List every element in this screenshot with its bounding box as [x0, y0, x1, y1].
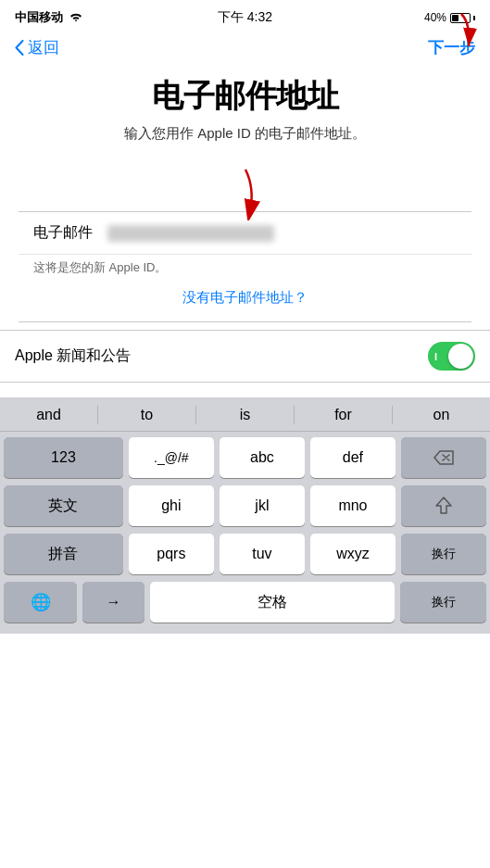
nav-bar: 返回 下一步 [0, 33, 490, 66]
email-input-value[interactable] [107, 225, 274, 242]
shift-icon [435, 497, 452, 515]
email-label: 电子邮件 [33, 223, 107, 243]
status-bar: 中国移动 下午 4:32 40% [0, 0, 490, 33]
arrow-container [19, 165, 471, 220]
suggestion-and[interactable]: and [0, 405, 97, 425]
key-pqrs[interactable]: pqrs [129, 534, 214, 574]
key-at[interactable]: ._@/# [129, 437, 214, 478]
toggle-section: Apple 新闻和公告 I [0, 330, 490, 383]
key-jkl[interactable]: jkl [220, 485, 305, 526]
key-tuv[interactable]: tuv [220, 534, 305, 574]
key-pinyin[interactable]: 拼音 [4, 534, 123, 574]
carrier-wifi: 中国移动 [15, 9, 83, 26]
keyboard-row-3: 拼音 pqrs tuv wxyz 换行 [4, 534, 486, 574]
key-arrow[interactable]: → [82, 582, 144, 623]
key-wxyz[interactable]: wxyz [310, 534, 396, 574]
suggestions-bar: and to is for on [0, 397, 490, 432]
key-abc[interactable]: abc [220, 437, 305, 478]
down-arrow-annotation [218, 165, 273, 220]
key-123[interactable]: 123 [4, 437, 123, 478]
wifi-icon [69, 12, 83, 23]
form-note-container: 这将是您的新 Apple ID。 [19, 255, 471, 278]
back-label: 返回 [28, 37, 59, 58]
keyboard: 123 ._@/# abc def 英文 ghi jkl mno [0, 432, 490, 634]
status-time: 下午 4:32 [218, 9, 272, 26]
email-form-section: 电子邮件 这将是您的新 Apple ID。 没有电子邮件地址？ [19, 211, 471, 322]
no-email-link[interactable]: 没有电子邮件地址？ [182, 289, 308, 305]
suggestion-on[interactable]: on [393, 405, 490, 425]
page-subtitle: 输入您用作 Apple ID 的电子邮件地址。 [19, 125, 471, 143]
backspace-icon [433, 450, 454, 465]
key-globe[interactable]: 🌐 [4, 582, 77, 623]
keyboard-row-4: 🌐 → 空格 换行 [4, 582, 486, 623]
keyboard-row-2: 英文 ghi jkl mno [4, 485, 486, 526]
toggle-on-text: I [434, 351, 437, 362]
main-content: 电子邮件地址 输入您用作 Apple ID 的电子邮件地址。 电子邮件 这将是您… [0, 66, 490, 322]
suggestion-to[interactable]: to [98, 405, 195, 425]
apple-news-toggle[interactable]: I [428, 342, 475, 371]
suggestion-for[interactable]: for [295, 405, 392, 425]
form-note: 这将是您的新 Apple ID。 [33, 257, 167, 278]
keyboard-area: and to is for on 123 ._@/# abc def 英文 [0, 397, 490, 634]
suggestion-is[interactable]: is [196, 405, 294, 425]
key-def[interactable]: def [310, 437, 396, 478]
key-yingwen[interactable]: 英文 [4, 485, 123, 526]
toggle-label: Apple 新闻和公告 [15, 346, 131, 366]
key-ghi[interactable]: ghi [129, 485, 214, 526]
key-enter[interactable]: 换行 [400, 582, 486, 623]
key-shift[interactable] [401, 485, 486, 526]
key-backspace[interactable] [401, 437, 486, 478]
key-space[interactable]: 空格 [150, 582, 396, 623]
toggle-knob [448, 344, 473, 369]
back-button[interactable]: 返回 [15, 37, 59, 58]
key-mno[interactable]: mno [310, 485, 396, 526]
carrier-text: 中国移动 [15, 9, 63, 26]
no-email-link-container: 没有电子邮件地址？ [19, 278, 471, 321]
page-title: 电子邮件地址 [19, 75, 471, 118]
next-button-container: 下一步 [428, 37, 475, 58]
keyboard-row-1: 123 ._@/# abc def [4, 437, 486, 478]
next-arrow-annotation [443, 9, 480, 56]
back-chevron-icon [15, 40, 24, 56]
key-return-side[interactable]: 换行 [401, 534, 486, 574]
